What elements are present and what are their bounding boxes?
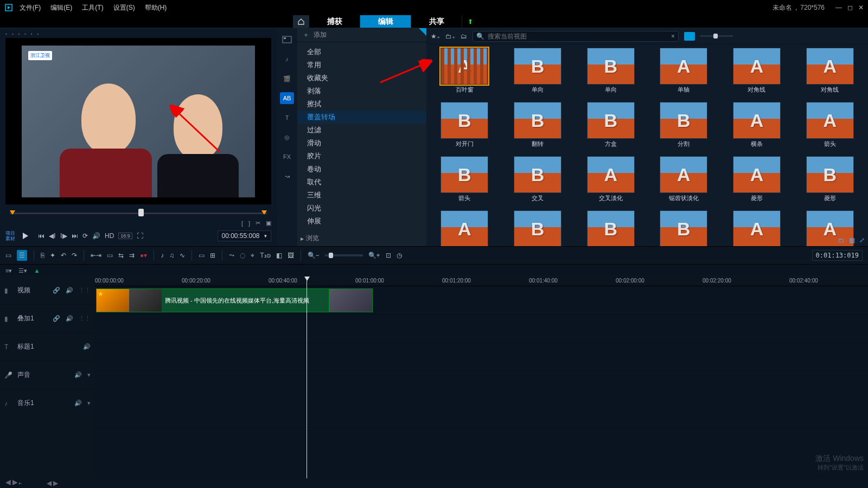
track-header[interactable]: ▮视频🔗🔊⋮⋮ [0,277,95,305]
search-input[interactable]: 🔍 × [473,31,679,42]
transition-item[interactable]: A锯齿状淡化 [649,156,719,208]
cat-video-icon[interactable]: 🎬 [280,73,294,85]
maximize-icon[interactable]: ◻ [847,4,853,11]
loop-icon[interactable]: ⟳ [82,232,88,240]
tracklist-menu-icon[interactable]: ≡▾ [5,267,12,274]
tree-item-6[interactable]: 过滤 [297,124,426,137]
ripple-icon[interactable]: ⇉ [129,252,135,259]
menu-settings[interactable]: 设置(S) [113,3,135,12]
transition-item[interactable]: B箭头 [430,156,500,208]
tree-item-2[interactable]: 收藏夹 [297,72,426,85]
track-vol-icon[interactable]: 🔊 [74,371,82,378]
fit-project-icon[interactable]: ⊡ [386,252,391,259]
storyboard-mode-icon[interactable]: ▭ [5,252,11,259]
fullscreen-icon[interactable]: ⛶ [137,232,143,240]
transition-item[interactable]: B [503,210,573,246]
grid-view-button[interactable] [684,32,695,41]
tools-icon[interactable]: ✦ [50,252,55,259]
track-lane[interactable] [95,371,868,399]
tree-item-5[interactable]: 覆盖转场 [297,111,426,124]
browse-link[interactable]: ▸ 浏览 [301,234,319,243]
step-back-icon[interactable]: ◀Ⅰ [49,232,56,240]
timeline-ruler[interactable]: 00:00:00:0000:00:20:0000:00:40:0000:01:0… [95,277,868,286]
project-mode[interactable]: 项目 [5,230,15,236]
track-vol-icon[interactable]: 🔊 [66,287,73,294]
playhead[interactable] [307,277,307,478]
transition-item[interactable]: B方盒 [576,102,646,154]
track-link-icon[interactable]: 🔗 [53,315,60,322]
chapter-icon[interactable]: ▭ [199,252,205,259]
upload-icon[interactable]: ⬆ [462,15,478,28]
transition-item[interactable]: B菱形 [795,156,865,208]
cat-media-icon[interactable] [280,34,294,46]
track-chev-icon[interactable]: ▾ [87,371,91,378]
menu-edit[interactable]: 编辑(E) [50,3,72,12]
transition-item[interactable]: B翻转 [503,102,573,154]
cat-title-icon[interactable]: T [280,112,294,124]
transition-item[interactable]: A对角线 [795,48,865,100]
clear-search-icon[interactable]: × [671,33,675,40]
undo-icon[interactable]: ↶ [61,252,66,259]
mark-out-icon[interactable]: ] [248,220,250,227]
minimize-icon[interactable]: — [835,4,842,11]
scrub-bar[interactable] [10,213,267,214]
track-grid-icon[interactable]: ⋮⋮ [79,315,91,322]
fit-icon[interactable]: ▭ [107,252,113,259]
3d-title-icon[interactable]: T₃ᴅ [260,252,270,259]
zoomin-icon[interactable]: 🔍+ [368,252,380,259]
transition-item[interactable]: A [430,210,500,246]
timeline-scrollbar[interactable]: ⯇⯈⇤ ◀ ▶ [0,478,868,488]
crop-icon[interactable]: ▣ [266,220,271,227]
track-header[interactable]: T标题1🔊 [0,333,95,361]
tree-item-7[interactable]: 滑动 [297,137,426,150]
go-start-icon[interactable]: ⏮ [38,232,44,240]
transition-item[interactable]: A菱形 [722,156,792,208]
fav-icon[interactable]: ★₊ [431,33,440,40]
preview-viewport[interactable]: 浙江卫视 [5,38,271,204]
transition-item[interactable]: A横条 [722,102,792,154]
tab-share[interactable]: 共享 [411,15,462,28]
split-icon[interactable]: ✂ [256,220,260,227]
motion-icon[interactable]: ⤳ [229,252,234,259]
timeline-mode-icon[interactable]: ☰ [17,250,27,261]
volume-icon[interactable]: 🔊 [92,232,100,240]
layout-grid-icon[interactable]: ▦ [849,236,855,244]
track-lane[interactable] [95,314,868,343]
transition-item[interactable]: B对开门 [430,102,500,154]
track-lane[interactable] [95,399,868,427]
tree-item-0[interactable]: 全部 [297,46,426,59]
cat-graphic-icon[interactable]: ◎ [280,131,294,143]
transition-item[interactable]: A箭头 [795,102,865,154]
tree-item-13[interactable]: 伸展 [297,215,426,228]
play-button[interactable] [22,231,34,241]
mask-icon[interactable]: ◧ [276,252,282,259]
menu-tools[interactable]: 工具(T) [82,3,103,12]
clip-mode[interactable]: 素材 [5,236,15,241]
tree-item-12[interactable]: 闪光 [297,202,426,215]
snap-icon[interactable]: ⇤⇥ [91,252,101,259]
preview-timecode[interactable]: 00:00:55:008 ▾ [218,230,271,241]
zoom-slider[interactable] [325,254,363,256]
tree-item-11[interactable]: 三维 [297,189,426,202]
transition-item[interactable]: A对角线 [722,48,792,100]
cat-fx-icon[interactable]: FX [280,151,294,163]
add-track-icon[interactable]: ▲ [34,267,40,274]
layout-save-icon[interactable]: 🗀 [838,236,845,244]
close-icon[interactable]: ✕ [858,4,864,11]
trackopts-icon[interactable]: ☰▾ [18,267,27,274]
cat-transition-icon[interactable]: AB [280,92,294,104]
track-vol-icon[interactable]: 🔊 [74,400,82,407]
cat-audio-icon[interactable]: ♪ [280,53,294,65]
transition-item[interactable]: A [722,210,792,246]
tree-item-1[interactable]: 常用 [297,59,426,72]
track-lane[interactable]: ★腾讯视频 - 中国领先的在线视频媒体平台,海量高清视频 [95,286,868,314]
marker-icon[interactable]: ●▾ [140,252,147,259]
timeline-timecode[interactable]: 0:01:13:019 [812,250,863,261]
home-button[interactable] [293,15,309,28]
multicamera-icon[interactable]: ⌖ [251,252,254,259]
track-header[interactable]: ▮叠加1🔗🔊⋮⋮ [0,305,95,333]
audio-mix-icon[interactable]: ♪ [161,252,164,259]
zoomout-icon[interactable]: 🔍− [308,252,320,259]
transition-item[interactable]: A单轴 [649,48,719,100]
transition-item[interactable]: B交叉 [503,156,573,208]
